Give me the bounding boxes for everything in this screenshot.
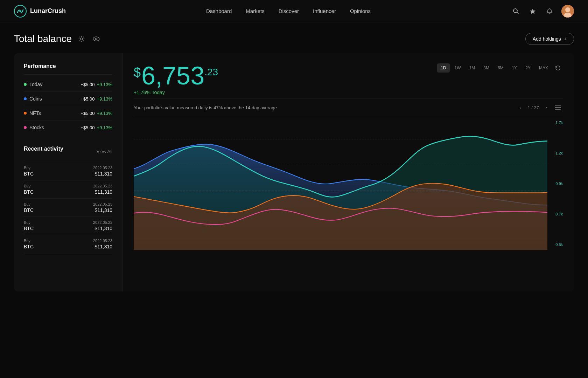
page: Total balance Add holdings + Perfomance bbox=[0, 22, 588, 291]
y-label-2: 0.9k bbox=[549, 181, 563, 186]
time-btn-3m[interactable]: 3M bbox=[480, 63, 493, 73]
act-date-3: 2022.05.23 bbox=[93, 220, 112, 225]
stocks-dot bbox=[24, 126, 27, 129]
nfts-value: +$5.00 bbox=[80, 111, 94, 116]
act-price-3: $11,310 bbox=[94, 226, 112, 231]
time-btn-6m[interactable]: 6M bbox=[494, 63, 507, 73]
nfts-pct: +9.13% bbox=[97, 111, 112, 116]
insight-row: Your portfolio's value measured daily is… bbox=[134, 98, 563, 117]
today-pct: +9.13% bbox=[97, 82, 112, 87]
page-title-row: Total balance bbox=[14, 33, 101, 44]
settings-icon[interactable] bbox=[77, 34, 86, 44]
act-price-4: $11,310 bbox=[94, 244, 112, 249]
performance-section: Perfomance Today +$5.00 +9.13% Co bbox=[24, 63, 112, 135]
view-all-link[interactable]: View All bbox=[97, 149, 112, 154]
avatar[interactable] bbox=[561, 5, 574, 18]
chart-y-labels: 1.7k 1.2k 0.9k 0.7k 0.5k bbox=[549, 117, 563, 250]
nfts-label: NFTs bbox=[29, 110, 41, 116]
stocks-label: Stocks bbox=[29, 125, 44, 130]
act-coin-3: BTC bbox=[24, 226, 34, 231]
nav-influencer[interactable]: Influencer bbox=[313, 7, 336, 15]
activity-header: Recent activity View All bbox=[24, 146, 112, 157]
balance-change: +1.76% Today bbox=[134, 90, 218, 95]
refresh-icon[interactable] bbox=[553, 63, 563, 73]
insight-next-icon[interactable]: › bbox=[542, 104, 550, 111]
balance-dollar-sign: $ bbox=[134, 65, 141, 80]
nav-markets[interactable]: Markets bbox=[246, 7, 264, 15]
perf-row-nfts: NFTs +$5.00 +9.13% bbox=[24, 106, 112, 121]
page-title: Total balance bbox=[14, 33, 72, 44]
activity-row-1: Buy 2022.05.23 BTC $11,310 bbox=[24, 180, 112, 199]
balance-main: 6,753 bbox=[141, 63, 204, 88]
logo[interactable]: LunarCrush bbox=[14, 5, 66, 18]
stocks-pct: +9.13% bbox=[97, 125, 112, 130]
nav-menu: Dashboard Markets Discover Influencer Op… bbox=[206, 7, 371, 15]
navbar-actions bbox=[511, 5, 574, 18]
nav-opinions[interactable]: Opinions bbox=[350, 7, 371, 15]
chart-svg bbox=[134, 117, 547, 250]
eye-icon[interactable] bbox=[91, 34, 101, 44]
svg-point-10 bbox=[96, 38, 97, 40]
act-date-2: 2022.05.23 bbox=[93, 202, 112, 206]
chart-area: 1.7k 1.2k 0.9k 0.7k 0.5k bbox=[134, 117, 563, 250]
logo-text: LunarCrush bbox=[30, 7, 66, 15]
act-type-4: Buy bbox=[24, 239, 30, 243]
stocks-value: +$5.00 bbox=[80, 125, 94, 130]
act-type-0: Buy bbox=[24, 166, 30, 170]
activity-title: Recent activity bbox=[24, 146, 63, 152]
add-holdings-button[interactable]: Add holdings + bbox=[525, 33, 574, 45]
y-label-1: 1.2k bbox=[549, 151, 563, 155]
insight-page: 1 / 27 bbox=[527, 105, 539, 110]
time-btn-1m[interactable]: 1M bbox=[466, 63, 479, 73]
main-content: Perfomance Today +$5.00 +9.13% Co bbox=[14, 53, 574, 291]
insight-prev-icon[interactable]: ‹ bbox=[516, 104, 524, 111]
act-type-2: Buy bbox=[24, 202, 30, 206]
time-btn-max[interactable]: MAX bbox=[536, 63, 552, 73]
act-type-1: Buy bbox=[24, 184, 30, 188]
act-coin-0: BTC bbox=[24, 171, 34, 177]
y-label-4: 0.5k bbox=[549, 242, 563, 247]
insight-list-icon[interactable] bbox=[553, 103, 563, 112]
act-date-1: 2022.05.23 bbox=[93, 184, 112, 188]
act-coin-2: BTC bbox=[24, 207, 34, 213]
balance-amount: $ 6,753 .23 bbox=[134, 63, 218, 88]
act-date-0: 2022.05.23 bbox=[93, 166, 112, 170]
perf-row-stocks: Stocks +$5.00 +9.13% bbox=[24, 121, 112, 135]
nav-discover[interactable]: Discover bbox=[279, 7, 299, 15]
time-btn-1d[interactable]: 1D bbox=[437, 63, 449, 73]
today-dot bbox=[24, 83, 27, 86]
svg-marker-4 bbox=[530, 9, 536, 14]
recent-activity-section: Recent activity View All Buy 2022.05.23 … bbox=[24, 146, 112, 253]
time-btn-1w[interactable]: 1W bbox=[451, 63, 464, 73]
coins-dot bbox=[24, 97, 27, 100]
performance-title: Perfomance bbox=[24, 63, 112, 69]
y-label-0: 1.7k bbox=[549, 121, 563, 125]
today-value: +$5.00 bbox=[80, 82, 94, 87]
nfts-dot bbox=[24, 112, 27, 115]
perf-row-coins: Coins +$5.00 +9.13% bbox=[24, 92, 112, 106]
activity-row-3: Buy 2022.05.23 BTC $11,310 bbox=[24, 217, 112, 235]
act-type-3: Buy bbox=[24, 220, 30, 225]
page-header: Total balance Add holdings + bbox=[14, 33, 574, 45]
act-price-0: $11,310 bbox=[94, 171, 112, 177]
y-label-3: 0.7k bbox=[549, 212, 563, 216]
coins-label: Coins bbox=[29, 96, 42, 102]
act-price-1: $11,310 bbox=[94, 189, 112, 195]
nav-dashboard[interactable]: Dashboard bbox=[206, 7, 232, 15]
star-icon[interactable] bbox=[528, 6, 538, 16]
balance-row: $ 6,753 .23 +1.76% Today 1D 1W 1M 3M 6M … bbox=[134, 63, 563, 95]
insight-nav: ‹ 1 / 27 › bbox=[516, 104, 550, 111]
bell-icon[interactable] bbox=[545, 6, 554, 16]
perf-divider bbox=[24, 74, 112, 75]
search-icon[interactable] bbox=[511, 6, 521, 16]
act-price-2: $11,310 bbox=[94, 207, 112, 213]
time-btn-1y[interactable]: 1Y bbox=[509, 63, 521, 73]
time-btn-2y[interactable]: 2Y bbox=[522, 63, 534, 73]
svg-point-1 bbox=[19, 10, 21, 12]
activity-row-2: Buy 2022.05.23 BTC $11,310 bbox=[24, 199, 112, 217]
left-panel: Perfomance Today +$5.00 +9.13% Co bbox=[14, 53, 122, 291]
balance-cents: .23 bbox=[204, 67, 218, 78]
activity-row-0: Buy 2022.05.23 BTC $11,310 bbox=[24, 162, 112, 180]
coins-pct: +9.13% bbox=[97, 96, 112, 102]
svg-point-6 bbox=[565, 7, 570, 12]
